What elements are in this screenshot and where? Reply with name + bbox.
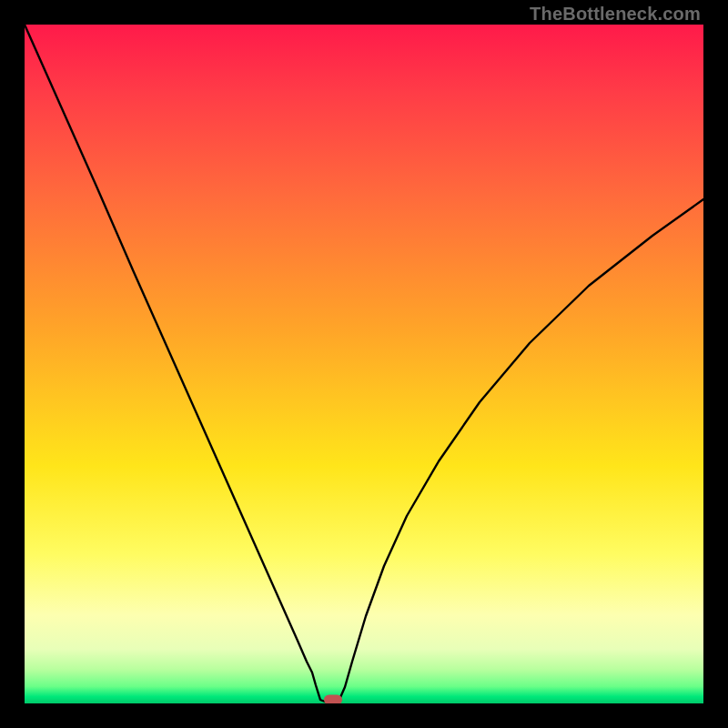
- bottleneck-curve: [25, 25, 703, 703]
- chart-frame: TheBottleneck.com: [0, 0, 728, 728]
- watermark-text: TheBottleneck.com: [530, 4, 701, 25]
- optimal-point-marker: [324, 695, 342, 704]
- plot-area: [25, 25, 703, 703]
